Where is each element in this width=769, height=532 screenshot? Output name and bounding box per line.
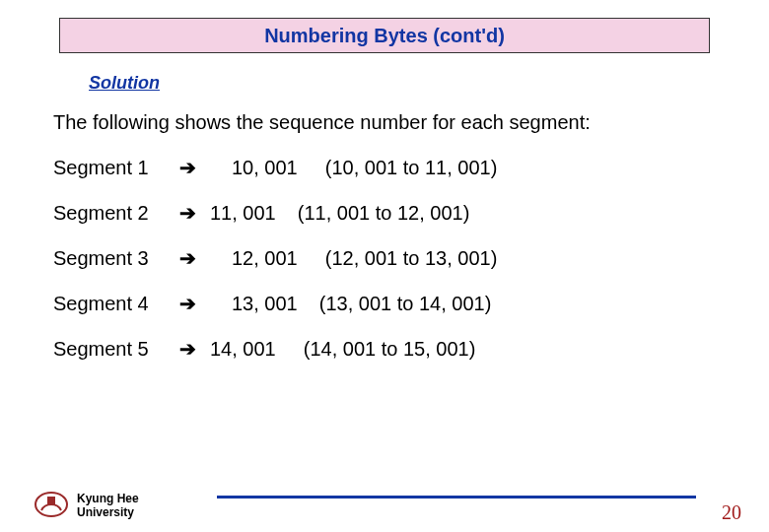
arrow-icon: ➔ — [179, 246, 196, 270]
university-line1: Kyung Hee — [77, 493, 139, 506]
university-line2: University — [77, 506, 139, 520]
segment-sequence: 13, 001 — [232, 293, 298, 315]
segment-name: Segment 5 — [53, 338, 179, 361]
intro-text: The following shows the sequence number … — [53, 111, 769, 134]
segment-row: Segment 4➔13, 001(13, 001 to 14, 001) — [53, 292, 769, 315]
segment-row: Segment 2➔11, 001(11, 001 to 12, 001) — [53, 201, 769, 225]
segment-sequence: 14, 001 — [210, 338, 276, 361]
segment-sequence: 12, 001 — [232, 247, 298, 270]
segment-row: Segment 5➔14, 001(14, 001 to 15, 001) — [53, 337, 769, 361]
segment-range: (11, 001 to 12, 001) — [298, 202, 470, 225]
slide-title: Numbering Bytes (cont'd) — [264, 25, 505, 47]
title-bar: Numbering Bytes (cont'd) — [59, 18, 710, 53]
solution-heading: Solution — [89, 73, 769, 94]
segment-name: Segment 3 — [53, 247, 179, 270]
arrow-icon: ➔ — [179, 337, 196, 361]
segment-list: Segment 1➔10, 001(10, 001 to 11, 001)Seg… — [53, 156, 769, 361]
segment-range: (12, 001 to 13, 001) — [325, 247, 498, 270]
arrow-icon: ➔ — [179, 156, 196, 179]
arrow-icon: ➔ — [179, 201, 196, 225]
segment-name: Segment 2 — [53, 202, 179, 225]
university-logo-icon — [34, 491, 69, 518]
segment-row: Segment 3➔12, 001(12, 001 to 13, 001) — [53, 246, 769, 270]
segment-row: Segment 1➔10, 001(10, 001 to 11, 001) — [53, 156, 769, 179]
footer: Kyung Hee University 20 — [0, 477, 769, 532]
segment-range: (10, 001 to 11, 001) — [325, 157, 498, 179]
arrow-icon: ➔ — [179, 292, 196, 315]
segment-sequence: 10, 001 — [232, 157, 298, 179]
segment-name: Segment 4 — [53, 293, 179, 315]
footer-divider — [217, 496, 696, 499]
segment-range: (13, 001 to 14, 001) — [319, 293, 492, 315]
segment-name: Segment 1 — [53, 157, 179, 179]
svg-rect-1 — [47, 497, 55, 504]
university-name: Kyung Hee University — [77, 493, 139, 520]
page-number: 20 — [722, 501, 741, 524]
segment-range: (14, 001 to 15, 001) — [304, 338, 476, 361]
segment-sequence: 11, 001 — [210, 202, 276, 225]
